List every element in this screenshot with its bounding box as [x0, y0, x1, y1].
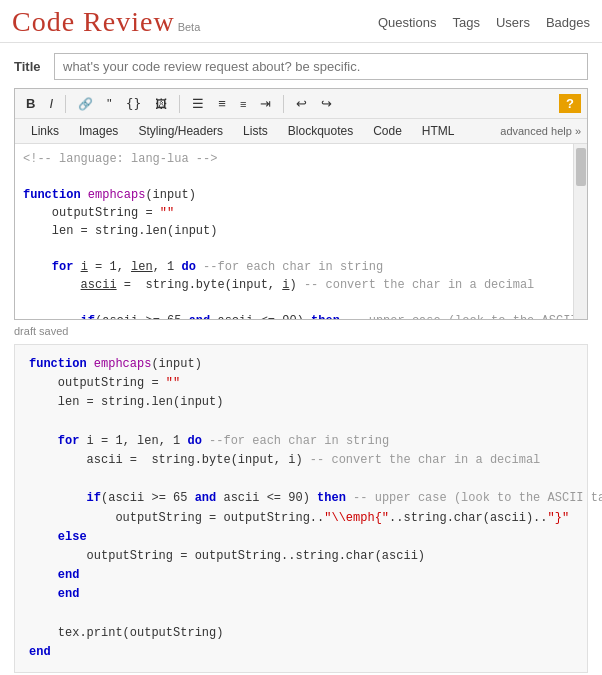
link-button[interactable]: 🔗 [73, 94, 98, 114]
code-scroll-area[interactable]: <!-- language: lang-lua --> function emp… [15, 144, 587, 319]
code-line: if(ascii >= 65 and ascii <= 90) then -- … [23, 312, 569, 319]
help-icon-button[interactable]: ? [559, 94, 581, 113]
toolbar-row1: B I 🔗 " {} 🖼 ☰ ≡ ≡ ⇥ ↩ ↪ ? [15, 89, 587, 119]
tab-images[interactable]: Images [69, 121, 128, 141]
preview-line: end [29, 585, 573, 604]
title-input[interactable] [54, 53, 588, 80]
image-button[interactable]: 🖼 [150, 94, 172, 114]
code-line: function emphcaps(input) [23, 186, 569, 204]
code-line [23, 294, 569, 312]
redo-button[interactable]: ↪ [316, 93, 337, 114]
header: Code Review Beta Questions Tags Users Ba… [0, 0, 602, 43]
nav-questions[interactable]: Questions [378, 15, 437, 30]
main-nav: Questions Tags Users Badges [378, 15, 590, 30]
nav-users[interactable]: Users [496, 15, 530, 30]
scrollbar-track[interactable] [573, 144, 587, 319]
preview-line [29, 413, 573, 432]
preview-line: end [29, 643, 573, 662]
preview-line: function emphcaps(input) [29, 355, 573, 374]
title-row: Title [14, 53, 588, 80]
toolbar-sep-3 [283, 95, 284, 113]
tab-code[interactable]: Code [363, 121, 412, 141]
preview-line: outputString = outputString..string.char… [29, 547, 573, 566]
hr-button[interactable]: ≡ [235, 95, 251, 113]
blockquote-button[interactable]: " [102, 93, 117, 114]
preview-line: if(ascii >= 65 and ascii <= 90) then -- … [29, 489, 573, 508]
code-editor[interactable]: <!-- language: lang-lua --> function emp… [15, 144, 587, 319]
code-line [23, 168, 569, 186]
undo-button[interactable]: ↩ [291, 93, 312, 114]
preview-line: end [29, 566, 573, 585]
advanced-help-link[interactable]: advanced help » [500, 125, 581, 137]
bold-button[interactable]: B [21, 93, 40, 114]
code-button[interactable]: {} [121, 93, 147, 114]
code-line: for i = 1, len, 1 do --for each char in … [23, 258, 569, 276]
scrollbar-thumb[interactable] [576, 148, 586, 186]
italic-button[interactable]: I [44, 93, 58, 114]
code-line: outputString = "" [23, 204, 569, 222]
tab-blockquotes[interactable]: Blockquotes [278, 121, 363, 141]
main-content: Title B I 🔗 " {} 🖼 ☰ ≡ ≡ ⇥ ↩ ↪ ? Lin [0, 43, 602, 675]
toolbar-row2: Links Images Styling/Headers Lists Block… [15, 119, 587, 144]
preview-line [29, 470, 573, 489]
code-lang-comment: <!-- language: lang-lua --> [23, 150, 569, 168]
preview-line: for i = 1, len, 1 do --for each char in … [29, 432, 573, 451]
help-icon: ? [566, 96, 574, 111]
code-line: ascii = string.byte(input, i) -- convert… [23, 276, 569, 294]
preview-line: outputString = "" [29, 374, 573, 393]
preview-line: len = string.len(input) [29, 393, 573, 412]
draft-status: draft saved [14, 322, 588, 340]
ul-button[interactable]: ≡ [213, 93, 231, 114]
tab-styling[interactable]: Styling/Headers [128, 121, 233, 141]
site-title: Code Review Beta [12, 6, 200, 38]
tab-links[interactable]: Links [21, 121, 69, 141]
toolbar-sep-1 [65, 95, 66, 113]
tab-lists[interactable]: Lists [233, 121, 278, 141]
preview-line: ascii = string.byte(input, i) -- convert… [29, 451, 573, 470]
indent-button[interactable]: ⇥ [255, 93, 276, 114]
preview-line: tex.print(outputString) [29, 624, 573, 643]
tab-html[interactable]: HTML [412, 121, 465, 141]
preview-line: outputString = outputString.."\\emph{"..… [29, 509, 573, 528]
code-line: len = string.len(input) [23, 222, 569, 240]
code-line [23, 240, 569, 258]
editor-container: B I 🔗 " {} 🖼 ☰ ≡ ≡ ⇥ ↩ ↪ ? Links Images … [14, 88, 588, 320]
nav-tags[interactable]: Tags [452, 15, 479, 30]
preview-line: else [29, 528, 573, 547]
beta-badge: Beta [178, 21, 201, 33]
title-label: Title [14, 59, 44, 74]
preview-line [29, 604, 573, 623]
ol-button[interactable]: ☰ [187, 93, 209, 114]
preview-area: function emphcaps(input) outputString = … [14, 344, 588, 673]
toolbar-sep-2 [179, 95, 180, 113]
nav-badges[interactable]: Badges [546, 15, 590, 30]
